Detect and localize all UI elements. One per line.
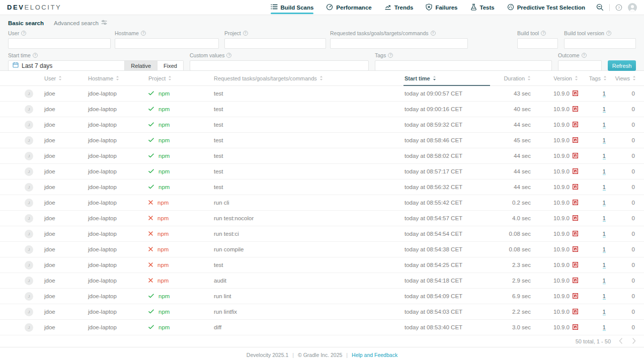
custom-values-input[interactable] (190, 60, 369, 71)
build-scan-row[interactable]: J jdoe jdoe-laptop npm audit today at 08… (0, 273, 644, 289)
success-icon (148, 106, 154, 112)
previous-page-icon[interactable] (619, 338, 623, 345)
build-scan-row[interactable]: J jdoe jdoe-laptop npm test today at 09:… (0, 102, 644, 117)
custom-values-field-label: Custom values? (190, 52, 369, 58)
tags-link[interactable]: 1 (603, 324, 606, 331)
column-header-tags[interactable]: Tags (586, 75, 614, 81)
app-footer: Develocity 2025.1 | © Gradle Inc. 2025 |… (0, 347, 644, 362)
failures-icon (426, 4, 432, 12)
project-cell: npm (148, 200, 214, 206)
user-input[interactable] (8, 38, 111, 49)
project-input[interactable] (224, 38, 326, 49)
build-tool-input[interactable] (517, 38, 558, 49)
help-circle-icon[interactable]: ? (141, 31, 146, 36)
help-circle-icon[interactable]: ? (388, 53, 393, 58)
version-cell: 10.9.0 (536, 246, 586, 253)
tab-advanced-search[interactable]: Advanced search (54, 20, 107, 26)
start-time-cell: today at 08:55:42 CET (397, 200, 498, 206)
build-scan-row[interactable]: J jdoe jdoe-laptop npm test today at 09:… (0, 86, 644, 102)
help-circle-icon[interactable]: ? (243, 31, 248, 36)
column-header-hostname[interactable]: Hostname (88, 75, 148, 81)
build-scan-row[interactable]: J jdoe jdoe-laptop npm diff today at 08:… (0, 320, 644, 335)
avatar-cell: J (0, 121, 44, 129)
duration-cell: 44 sec (498, 168, 536, 174)
nav-performance[interactable]: Performance (326, 0, 371, 15)
tags-link[interactable]: 1 (603, 278, 606, 284)
fixed-toggle[interactable]: Fixed (157, 61, 183, 70)
help-circle-icon[interactable]: ? (541, 31, 546, 36)
help-icon[interactable]: ? (615, 4, 622, 11)
tags-link[interactable]: 1 (603, 122, 606, 128)
help-circle-icon[interactable]: ? (33, 53, 38, 58)
build-scan-row[interactable]: J jdoe jdoe-laptop npm run lint today at… (0, 289, 644, 304)
views-cell: 0 (614, 215, 644, 221)
search-icon[interactable] (596, 4, 604, 11)
tags-link[interactable]: 1 (603, 90, 606, 97)
version-cell: 10.9.0 (536, 153, 586, 159)
column-header-tasks[interactable]: Requested tasks/goals/targets/commands (214, 75, 397, 81)
tags-link[interactable]: 1 (603, 215, 606, 222)
start-time-value[interactable]: Last 7 days (9, 62, 124, 69)
column-header-project[interactable]: Project (148, 75, 214, 81)
build-scan-row[interactable]: J jdoe jdoe-laptop npm test today at 08:… (0, 117, 644, 133)
tags-link[interactable]: 1 (603, 137, 606, 144)
main-nav: Build Scans Performance Trends Failures … (271, 0, 585, 15)
help-circle-icon[interactable]: ? (21, 31, 26, 36)
tasks-cell: test (214, 137, 397, 143)
build-tool-version-input[interactable] (564, 38, 636, 49)
tags-link[interactable]: 1 (603, 309, 606, 315)
tags-link[interactable]: 1 (603, 184, 606, 191)
build-scan-row[interactable]: J jdoe jdoe-laptop npm run test:nocolor … (0, 211, 644, 226)
build-scan-row[interactable]: J jdoe jdoe-laptop npm run test:ci today… (0, 226, 644, 242)
build-scan-row[interactable]: J jdoe jdoe-laptop npm test today at 08:… (0, 133, 644, 148)
avatar-cell: J (0, 277, 44, 285)
tags-link[interactable]: 1 (603, 168, 606, 175)
version-cell: 10.9.0 (536, 262, 586, 268)
tags-input[interactable] (375, 60, 552, 71)
nav-trends[interactable]: Trends (384, 0, 414, 15)
nav-build-scans[interactable]: Build Scans (271, 0, 314, 15)
tags-link[interactable]: 1 (603, 106, 606, 113)
build-scan-row[interactable]: J jdoe jdoe-laptop npm run compile today… (0, 242, 644, 257)
build-scan-row[interactable]: J jdoe jdoe-laptop npm test today at 08:… (0, 148, 644, 164)
tasks-cell: run test:nocolor (214, 215, 397, 221)
tasks-input[interactable] (330, 38, 468, 49)
tab-basic-search[interactable]: Basic search (8, 20, 44, 26)
tags-link[interactable]: 1 (603, 153, 606, 159)
tags-link[interactable]: 1 (603, 246, 606, 253)
help-circle-icon[interactable]: ? (606, 31, 611, 36)
duration-cell: 44 sec (498, 122, 536, 128)
column-header-version[interactable]: Version (536, 75, 586, 81)
tags-link[interactable]: 1 (603, 293, 606, 300)
build-scan-row[interactable]: J jdoe jdoe-laptop npm run cli today at … (0, 195, 644, 211)
tags-link[interactable]: 1 (603, 200, 606, 206)
build-scan-row[interactable]: J jdoe jdoe-laptop npm run lintfix today… (0, 304, 644, 320)
relative-toggle[interactable]: Relative (124, 61, 157, 70)
tags-link[interactable]: 1 (603, 262, 606, 268)
nav-tests[interactable]: Tests (470, 0, 495, 15)
sort-icon (319, 76, 323, 80)
help-circle-icon[interactable]: ? (582, 53, 587, 58)
next-page-icon[interactable] (632, 338, 636, 345)
hostname-input[interactable] (115, 38, 219, 49)
build-scan-row[interactable]: J jdoe jdoe-laptop npm test today at 08:… (0, 179, 644, 195)
column-header-start-time[interactable]: Start time (397, 71, 498, 85)
nav-failures[interactable]: Failures (426, 0, 457, 15)
help-circle-icon[interactable]: ? (431, 31, 436, 36)
help-and-feedback-link[interactable]: Help and Feedback (352, 352, 397, 358)
build-scan-row[interactable]: J jdoe jdoe-laptop npm test today at 08:… (0, 257, 644, 273)
help-circle-icon[interactable]: ? (226, 53, 231, 58)
column-header-user[interactable]: User (44, 75, 88, 81)
nav-predictive-test-selection[interactable]: Predictive Test Selection (507, 0, 585, 15)
refresh-button[interactable]: Refresh (608, 60, 636, 71)
tasks-cell: run compile (214, 246, 397, 252)
column-header-duration[interactable]: Duration (498, 75, 536, 81)
table-header: User Hostname Project Requested tasks/go… (0, 71, 644, 86)
user-avatar[interactable] (628, 3, 637, 12)
tags-link[interactable]: 1 (603, 231, 606, 237)
outcome-input[interactable] (558, 60, 602, 71)
build-scan-row[interactable]: J jdoe jdoe-laptop npm test today at 08:… (0, 164, 644, 179)
column-header-views[interactable]: Views (614, 75, 644, 81)
project-cell: npm (148, 184, 214, 190)
duration-cell: 4.0 sec (498, 215, 536, 221)
